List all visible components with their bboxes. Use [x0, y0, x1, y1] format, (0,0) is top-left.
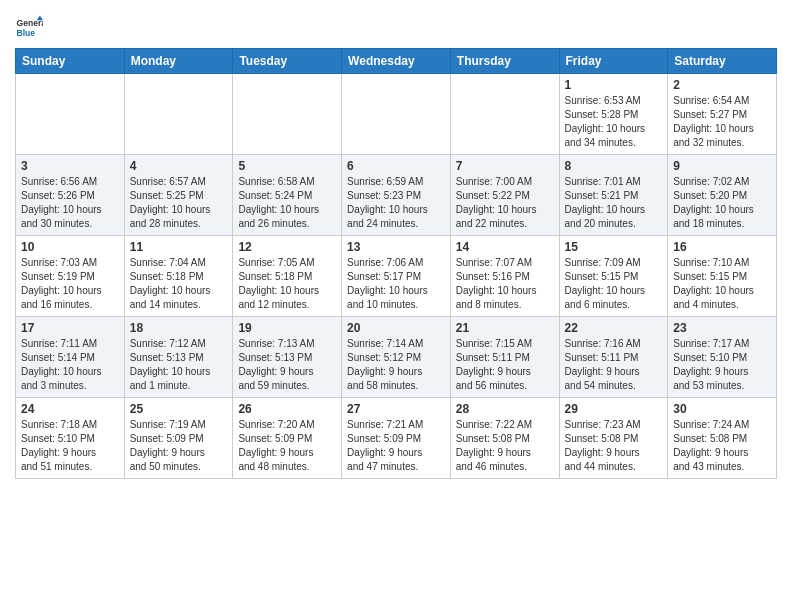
calendar-cell: 27Sunrise: 7:21 AM Sunset: 5:09 PM Dayli…	[342, 398, 451, 479]
calendar-cell: 26Sunrise: 7:20 AM Sunset: 5:09 PM Dayli…	[233, 398, 342, 479]
day-number: 12	[238, 240, 336, 254]
day-info: Sunrise: 7:18 AM Sunset: 5:10 PM Dayligh…	[21, 418, 119, 474]
day-number: 22	[565, 321, 663, 335]
day-info: Sunrise: 7:13 AM Sunset: 5:13 PM Dayligh…	[238, 337, 336, 393]
calendar-cell: 20Sunrise: 7:14 AM Sunset: 5:12 PM Dayli…	[342, 317, 451, 398]
calendar-cell: 25Sunrise: 7:19 AM Sunset: 5:09 PM Dayli…	[124, 398, 233, 479]
day-info: Sunrise: 7:07 AM Sunset: 5:16 PM Dayligh…	[456, 256, 554, 312]
day-info: Sunrise: 7:21 AM Sunset: 5:09 PM Dayligh…	[347, 418, 445, 474]
calendar-cell	[124, 74, 233, 155]
calendar-week-row: 3Sunrise: 6:56 AM Sunset: 5:26 PM Daylig…	[16, 155, 777, 236]
day-info: Sunrise: 7:12 AM Sunset: 5:13 PM Dayligh…	[130, 337, 228, 393]
calendar-cell: 3Sunrise: 6:56 AM Sunset: 5:26 PM Daylig…	[16, 155, 125, 236]
calendar-cell: 28Sunrise: 7:22 AM Sunset: 5:08 PM Dayli…	[450, 398, 559, 479]
day-number: 13	[347, 240, 445, 254]
day-info: Sunrise: 6:56 AM Sunset: 5:26 PM Dayligh…	[21, 175, 119, 231]
weekday-header-saturday: Saturday	[668, 49, 777, 74]
day-number: 28	[456, 402, 554, 416]
calendar-cell: 10Sunrise: 7:03 AM Sunset: 5:19 PM Dayli…	[16, 236, 125, 317]
day-info: Sunrise: 6:54 AM Sunset: 5:27 PM Dayligh…	[673, 94, 771, 150]
day-info: Sunrise: 7:19 AM Sunset: 5:09 PM Dayligh…	[130, 418, 228, 474]
day-number: 9	[673, 159, 771, 173]
day-number: 25	[130, 402, 228, 416]
day-info: Sunrise: 6:53 AM Sunset: 5:28 PM Dayligh…	[565, 94, 663, 150]
calendar-cell: 21Sunrise: 7:15 AM Sunset: 5:11 PM Dayli…	[450, 317, 559, 398]
day-number: 16	[673, 240, 771, 254]
day-number: 15	[565, 240, 663, 254]
calendar-cell: 18Sunrise: 7:12 AM Sunset: 5:13 PM Dayli…	[124, 317, 233, 398]
day-number: 20	[347, 321, 445, 335]
calendar-cell: 24Sunrise: 7:18 AM Sunset: 5:10 PM Dayli…	[16, 398, 125, 479]
calendar-cell: 13Sunrise: 7:06 AM Sunset: 5:17 PM Dayli…	[342, 236, 451, 317]
day-number: 7	[456, 159, 554, 173]
day-number: 11	[130, 240, 228, 254]
calendar-cell: 16Sunrise: 7:10 AM Sunset: 5:15 PM Dayli…	[668, 236, 777, 317]
day-number: 4	[130, 159, 228, 173]
day-number: 23	[673, 321, 771, 335]
page-header: General Blue	[15, 10, 777, 42]
day-info: Sunrise: 7:05 AM Sunset: 5:18 PM Dayligh…	[238, 256, 336, 312]
calendar-week-row: 24Sunrise: 7:18 AM Sunset: 5:10 PM Dayli…	[16, 398, 777, 479]
day-number: 14	[456, 240, 554, 254]
weekday-header-monday: Monday	[124, 49, 233, 74]
day-number: 1	[565, 78, 663, 92]
day-number: 5	[238, 159, 336, 173]
day-info: Sunrise: 7:00 AM Sunset: 5:22 PM Dayligh…	[456, 175, 554, 231]
calendar-cell	[342, 74, 451, 155]
day-info: Sunrise: 7:15 AM Sunset: 5:11 PM Dayligh…	[456, 337, 554, 393]
calendar-cell: 22Sunrise: 7:16 AM Sunset: 5:11 PM Dayli…	[559, 317, 668, 398]
weekday-header-wednesday: Wednesday	[342, 49, 451, 74]
day-number: 24	[21, 402, 119, 416]
calendar-cell: 17Sunrise: 7:11 AM Sunset: 5:14 PM Dayli…	[16, 317, 125, 398]
calendar-cell: 8Sunrise: 7:01 AM Sunset: 5:21 PM Daylig…	[559, 155, 668, 236]
day-info: Sunrise: 7:09 AM Sunset: 5:15 PM Dayligh…	[565, 256, 663, 312]
weekday-header-sunday: Sunday	[16, 49, 125, 74]
day-info: Sunrise: 7:16 AM Sunset: 5:11 PM Dayligh…	[565, 337, 663, 393]
calendar-cell	[16, 74, 125, 155]
day-info: Sunrise: 6:58 AM Sunset: 5:24 PM Dayligh…	[238, 175, 336, 231]
day-info: Sunrise: 7:20 AM Sunset: 5:09 PM Dayligh…	[238, 418, 336, 474]
day-info: Sunrise: 7:01 AM Sunset: 5:21 PM Dayligh…	[565, 175, 663, 231]
day-info: Sunrise: 7:17 AM Sunset: 5:10 PM Dayligh…	[673, 337, 771, 393]
day-number: 2	[673, 78, 771, 92]
day-info: Sunrise: 7:11 AM Sunset: 5:14 PM Dayligh…	[21, 337, 119, 393]
day-number: 26	[238, 402, 336, 416]
calendar-week-row: 17Sunrise: 7:11 AM Sunset: 5:14 PM Dayli…	[16, 317, 777, 398]
day-number: 19	[238, 321, 336, 335]
calendar-cell: 30Sunrise: 7:24 AM Sunset: 5:08 PM Dayli…	[668, 398, 777, 479]
calendar-header-row: SundayMondayTuesdayWednesdayThursdayFrid…	[16, 49, 777, 74]
day-number: 8	[565, 159, 663, 173]
calendar-cell: 11Sunrise: 7:04 AM Sunset: 5:18 PM Dayli…	[124, 236, 233, 317]
day-number: 17	[21, 321, 119, 335]
day-number: 21	[456, 321, 554, 335]
calendar-cell: 29Sunrise: 7:23 AM Sunset: 5:08 PM Dayli…	[559, 398, 668, 479]
calendar-cell: 4Sunrise: 6:57 AM Sunset: 5:25 PM Daylig…	[124, 155, 233, 236]
calendar-cell: 9Sunrise: 7:02 AM Sunset: 5:20 PM Daylig…	[668, 155, 777, 236]
day-info: Sunrise: 7:14 AM Sunset: 5:12 PM Dayligh…	[347, 337, 445, 393]
day-number: 27	[347, 402, 445, 416]
calendar-table: SundayMondayTuesdayWednesdayThursdayFrid…	[15, 48, 777, 479]
day-info: Sunrise: 6:57 AM Sunset: 5:25 PM Dayligh…	[130, 175, 228, 231]
calendar-cell: 5Sunrise: 6:58 AM Sunset: 5:24 PM Daylig…	[233, 155, 342, 236]
calendar-cell: 14Sunrise: 7:07 AM Sunset: 5:16 PM Dayli…	[450, 236, 559, 317]
day-number: 29	[565, 402, 663, 416]
calendar-week-row: 10Sunrise: 7:03 AM Sunset: 5:19 PM Dayli…	[16, 236, 777, 317]
calendar-cell: 6Sunrise: 6:59 AM Sunset: 5:23 PM Daylig…	[342, 155, 451, 236]
weekday-header-tuesday: Tuesday	[233, 49, 342, 74]
day-number: 6	[347, 159, 445, 173]
calendar-cell: 23Sunrise: 7:17 AM Sunset: 5:10 PM Dayli…	[668, 317, 777, 398]
logo-icon: General Blue	[15, 14, 43, 42]
calendar-cell: 19Sunrise: 7:13 AM Sunset: 5:13 PM Dayli…	[233, 317, 342, 398]
day-info: Sunrise: 7:03 AM Sunset: 5:19 PM Dayligh…	[21, 256, 119, 312]
day-info: Sunrise: 6:59 AM Sunset: 5:23 PM Dayligh…	[347, 175, 445, 231]
day-info: Sunrise: 7:10 AM Sunset: 5:15 PM Dayligh…	[673, 256, 771, 312]
day-number: 30	[673, 402, 771, 416]
day-number: 10	[21, 240, 119, 254]
calendar-cell	[233, 74, 342, 155]
calendar-cell: 12Sunrise: 7:05 AM Sunset: 5:18 PM Dayli…	[233, 236, 342, 317]
day-number: 18	[130, 321, 228, 335]
weekday-header-thursday: Thursday	[450, 49, 559, 74]
calendar-cell	[450, 74, 559, 155]
day-info: Sunrise: 7:06 AM Sunset: 5:17 PM Dayligh…	[347, 256, 445, 312]
calendar-week-row: 1Sunrise: 6:53 AM Sunset: 5:28 PM Daylig…	[16, 74, 777, 155]
